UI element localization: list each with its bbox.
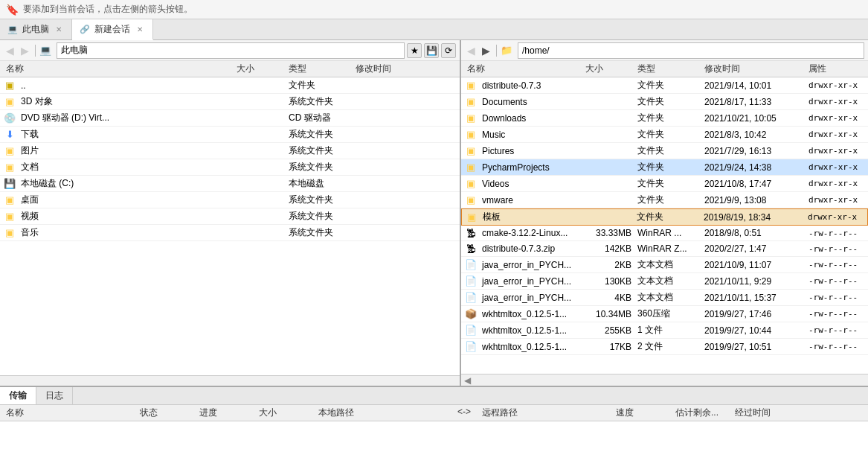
tab-local[interactable]: 💻 此电脑 ✕	[0, 19, 72, 39]
left-file-row[interactable]: ▣ 文档 系统文件夹	[0, 159, 460, 176]
archive-icon: 📦	[465, 308, 477, 319]
file-type: 系统文件夹	[286, 226, 353, 239]
file-attr-cell: drwxr-xr-x	[806, 162, 865, 172]
file-type: 系统文件夹	[286, 95, 353, 108]
left-file-row[interactable]: 💿 DVD 驱动器 (D:) Virt... CD 驱动器	[0, 110, 460, 127]
th-size: 大小	[256, 407, 315, 419]
left-back-button[interactable]: ◀	[4, 45, 16, 57]
left-file-row[interactable]: ⬇ 下载 系统文件夹	[0, 127, 460, 143]
right-file-row[interactable]: 📄 wkhtmltox_0.12.5-1... 17KB 2 文件 2019/9…	[461, 339, 868, 355]
right-file-row[interactable]: ▣ Downloads 文件夹 2021/10/21, 10:05 drwxr-…	[461, 110, 868, 127]
file-modified-cell: 2021/9/9, 13:08	[701, 195, 806, 205]
right-file-row[interactable]: ▣ 模板 文件夹 2019/8/19, 18:34 drwxr-xr-x	[461, 208, 868, 226]
left-col-modified[interactable]: 修改时间	[353, 63, 457, 75]
file-modified-cell: 2018/9/8, 0:51	[701, 228, 806, 238]
left-refresh-btn[interactable]: ⟳	[441, 43, 456, 58]
right-pane: ◀ ▶ 📁 名称 大小 类型 修改时间 属性 ▣ distribute-0.7.…	[461, 40, 868, 386]
file-name-cell: distribute-0.7.3.zip	[480, 243, 582, 254]
right-forward-button[interactable]: ▶	[480, 45, 492, 57]
right-col-header: 名称 大小 类型 修改时间 属性	[461, 61, 868, 77]
file-attr-cell: drwxr-xr-x	[806, 80, 865, 90]
right-col-type[interactable]: 类型	[634, 63, 701, 75]
right-file-list[interactable]: ▣ distribute-0.7.3 文件夹 2021/9/14, 10:01 …	[461, 77, 868, 374]
right-file-row[interactable]: ▣ Documents 文件夹 2021/8/17, 11:33 drwxr-x…	[461, 94, 868, 110]
left-file-row[interactable]: ▣ 视频 系统文件夹	[0, 208, 460, 225]
right-file-row[interactable]: 🗜 cmake-3.12.2-Linux... 33.33MB WinRAR .…	[461, 226, 868, 241]
main-area: ◀ ▶ 💻 ★ 💾 ⟳ 名称 大小 类型 修改时间 ▣ .. 文件夹 ▣ 3D …	[0, 40, 868, 386]
left-bookmark-btn[interactable]: ★	[407, 43, 422, 58]
file-type: 系统文件夹	[286, 210, 353, 223]
file-type-cell: 文件夹	[634, 177, 701, 190]
log-tab[interactable]: 日志	[36, 387, 73, 404]
left-save-btn[interactable]: 💾	[424, 43, 439, 58]
right-file-row[interactable]: ▣ vmware 文件夹 2021/9/9, 13:08 drwxr-xr-x	[461, 192, 868, 208]
left-col-size[interactable]: 大小	[234, 63, 286, 75]
file-icon-cell: 📄	[464, 325, 478, 337]
right-col-modified[interactable]: 修改时间	[701, 63, 806, 75]
file-name: 桌面	[19, 194, 234, 206]
file-modified-cell: 2019/8/19, 18:34	[701, 212, 805, 223]
right-file-row[interactable]: ▣ Music 文件夹 2021/8/3, 10:42 drwxr-xr-x	[461, 127, 868, 143]
right-file-row[interactable]: 📄 java_error_in_PYCH... 2KB 文本文档 2021/10…	[461, 257, 868, 273]
file-icon: ▣	[3, 211, 16, 223]
transfer-tab[interactable]: 传输	[0, 387, 36, 404]
left-address-bar[interactable]	[57, 42, 405, 59]
right-file-row[interactable]: 📦 wkhtmltox_0.12.5-1... 10.34MB 360压缩 20…	[461, 306, 868, 322]
folder-icon: ▣	[466, 112, 475, 124]
computer-nav-icon: 💻	[39, 45, 51, 56]
right-file-row[interactable]: 📄 java_error_in_PYCH... 130KB 文本文档 2021/…	[461, 273, 868, 290]
right-col-name[interactable]: 名称	[464, 63, 582, 75]
right-file-row[interactable]: ▣ Pictures 文件夹 2021/7/29, 16:13 drwxr-xr…	[461, 143, 868, 159]
right-file-row[interactable]: 📄 java_error_in_PYCH... 4KB 文本文档 2021/10…	[461, 290, 868, 306]
file-name-cell: PycharmProjects	[480, 162, 582, 173]
file-modified-cell: 2021/10/11, 9:29	[701, 276, 806, 287]
tab-remote[interactable]: 🔗 新建会话 ✕	[72, 19, 153, 40]
left-col-type[interactable]: 类型	[286, 63, 353, 75]
right-col-size[interactable]: 大小	[582, 63, 634, 75]
left-col-name[interactable]: 名称	[3, 63, 234, 75]
left-file-list[interactable]: ▣ .. 文件夹 ▣ 3D 对象 系统文件夹 💿 DVD 驱动器 (D:) Vi…	[0, 77, 460, 375]
left-file-row[interactable]: ▣ 音乐 系统文件夹	[0, 225, 460, 241]
file-type-cell: 文本文档	[634, 291, 701, 304]
file-modified-cell: 2021/9/24, 14:38	[701, 162, 806, 173]
file-name: 视频	[19, 210, 234, 223]
tab-remote-close[interactable]: ✕	[135, 25, 145, 34]
right-toolbar: ◀ ▶ 📁	[461, 40, 868, 61]
th-speed: 速度	[613, 407, 672, 419]
file-name-cell: Pictures	[480, 146, 582, 156]
file-type: 系统文件夹	[286, 128, 353, 141]
right-back-button[interactable]: ◀	[465, 45, 478, 57]
file-size-cell: 130KB	[582, 276, 634, 287]
left-file-row[interactable]: ▣ .. 文件夹	[0, 77, 460, 94]
file-icon-cell: ▣	[465, 211, 478, 223]
left-toolbar: ◀ ▶ 💻 ★ 💾 ⟳	[0, 40, 460, 61]
folder-icon: ▣	[5, 162, 14, 173]
left-file-row[interactable]: 💾 本地磁盘 (C:) 本地磁盘	[0, 176, 460, 192]
file-name-cell: java_error_in_PYCH...	[480, 293, 582, 303]
th-elapsed: 经过时间	[732, 407, 791, 419]
file-icon-cell: ▣	[464, 96, 478, 108]
right-file-row[interactable]: ▣ Videos 文件夹 2021/10/8, 17:47 drwxr-xr-x	[461, 176, 868, 192]
left-file-row[interactable]: ▣ 图片 系统文件夹	[0, 143, 460, 159]
sep1	[35, 45, 36, 57]
file-size-cell: 2KB	[582, 260, 634, 270]
right-file-row[interactable]: ▣ distribute-0.7.3 文件夹 2021/9/14, 10:01 …	[461, 77, 868, 94]
left-file-row[interactable]: ▣ 桌面 系统文件夹	[0, 192, 460, 208]
bookmark-icon: 🔖	[6, 4, 19, 16]
file-name-cell: Music	[480, 130, 582, 140]
folder-icon: ▣	[5, 96, 14, 107]
right-address-bar[interactable]	[518, 42, 864, 59]
right-file-row[interactable]: 📄 wkhtmltox_0.12.5-1... 255KB 1 文件 2019/…	[461, 322, 868, 339]
right-file-row[interactable]: 🗜 distribute-0.7.3.zip 142KB WinRAR Z...…	[461, 241, 868, 257]
left-forward-button[interactable]: ▶	[19, 45, 31, 57]
file-icon-cell: ▣	[464, 80, 478, 92]
right-col-attr[interactable]: 属性	[806, 63, 865, 75]
folder-icon: ▣	[5, 80, 14, 91]
right-file-row[interactable]: ▣ PycharmProjects 文件夹 2021/9/24, 14:38 d…	[461, 159, 868, 176]
left-file-row[interactable]: ▣ 3D 对象 系统文件夹	[0, 94, 460, 110]
file-name-cell: java_error_in_PYCH...	[480, 276, 582, 287]
file-modified-cell: 2021/10/8, 17:47	[701, 179, 806, 189]
left-hscroll[interactable]	[0, 375, 460, 386]
tab-local-close[interactable]: ✕	[54, 25, 64, 34]
top-message-text: 要添加到当前会话，点击左侧的箭头按钮。	[23, 3, 193, 16]
